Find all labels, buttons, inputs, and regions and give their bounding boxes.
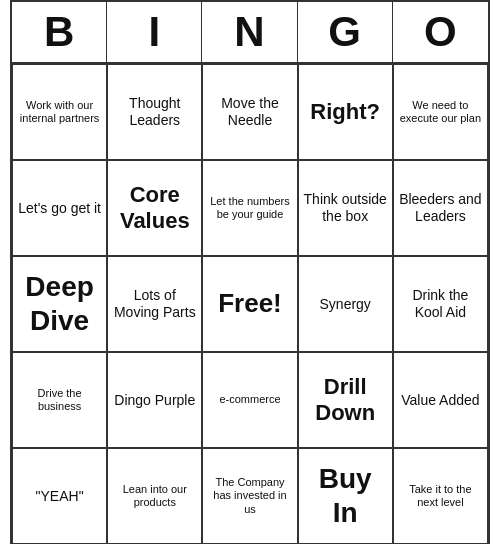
bingo-cell-1: Thought Leaders <box>107 64 202 160</box>
bingo-card: BINGO Work with our internal partnersTho… <box>10 0 490 544</box>
bingo-cell-16: Dingo Purple <box>107 352 202 448</box>
bingo-cell-0: Work with our internal partners <box>12 64 107 160</box>
bingo-cell-11: Lots of Moving Parts <box>107 256 202 352</box>
bingo-cell-7: Let the numbers be your guide <box>202 160 297 256</box>
bingo-cell-19: Value Added <box>393 352 488 448</box>
bingo-cell-13: Synergy <box>298 256 393 352</box>
bingo-cell-17: e-commerce <box>202 352 297 448</box>
bingo-header: BINGO <box>12 2 488 64</box>
bingo-cell-18: Drill Down <box>298 352 393 448</box>
bingo-letter-g: G <box>298 2 393 62</box>
bingo-letter-n: N <box>202 2 297 62</box>
bingo-letter-o: O <box>393 2 488 62</box>
bingo-cell-24: Take it to the next level <box>393 448 488 544</box>
bingo-cell-14: Drink the Kool Aid <box>393 256 488 352</box>
bingo-cell-23: Buy In <box>298 448 393 544</box>
bingo-cell-22: The Company has invested in us <box>202 448 297 544</box>
bingo-cell-5: Let's go get it <box>12 160 107 256</box>
bingo-letter-b: B <box>12 2 107 62</box>
bingo-cell-6: Core Values <box>107 160 202 256</box>
bingo-cell-15: Drive the business <box>12 352 107 448</box>
bingo-cell-12: Free! <box>202 256 297 352</box>
bingo-cell-4: We need to execute our plan <box>393 64 488 160</box>
bingo-cell-21: Lean into our products <box>107 448 202 544</box>
bingo-cell-9: Bleeders and Leaders <box>393 160 488 256</box>
bingo-cell-8: Think outside the box <box>298 160 393 256</box>
bingo-cell-3: Right? <box>298 64 393 160</box>
bingo-cell-20: "YEAH" <box>12 448 107 544</box>
bingo-cell-10: Deep Dive <box>12 256 107 352</box>
bingo-letter-i: I <box>107 2 202 62</box>
bingo-grid: Work with our internal partnersThought L… <box>12 64 488 544</box>
bingo-cell-2: Move the Needle <box>202 64 297 160</box>
